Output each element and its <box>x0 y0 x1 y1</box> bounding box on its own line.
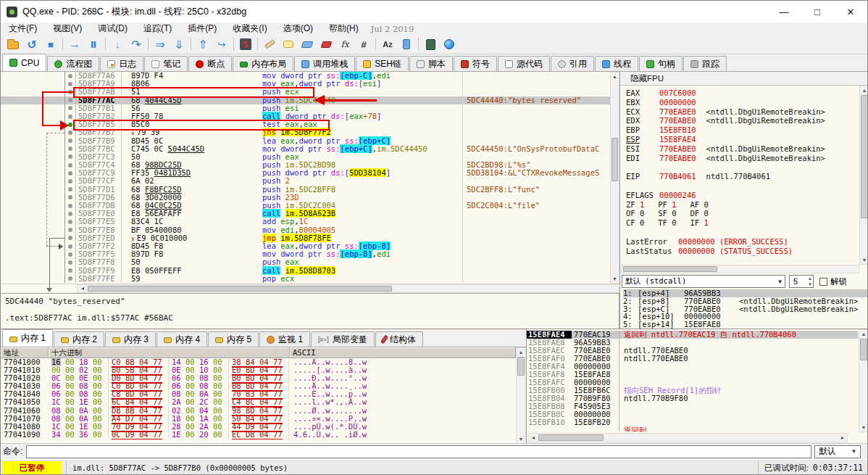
argument-row[interactable]: 5:[esp+14]15E8FAE8 <box>623 321 868 329</box>
minimize-button[interactable]: — <box>767 1 801 22</box>
tab-locals[interactable]: [x=]局部变量 <box>311 331 375 347</box>
tab-dump3[interactable]: 内存 3 <box>105 331 156 347</box>
register-row[interactable]: ECX770EABE0<ntdll.DbgUiRemoteBreakin> <box>626 107 859 117</box>
command-input[interactable] <box>26 445 811 458</box>
tab-watch1[interactable]: 监视 1 <box>259 331 310 347</box>
disasm-vertical-scrollbar[interactable]: ▲ ▼ <box>610 72 619 284</box>
menu-item-plugins[interactable]: 插件(P) <box>180 22 225 35</box>
tab-handles[interactable]: 句柄 <box>639 56 683 71</box>
tab-seh[interactable]: SEH链 <box>356 56 409 71</box>
registers-horizontal-scrollbar[interactable] <box>621 265 859 273</box>
menu-item-view[interactable]: 视图(V) <box>45 22 90 35</box>
register-row[interactable]: ESP15E8FAE4 <box>626 135 859 144</box>
dump-row[interactable]: 7704109034 00 36 000C D9 04 771E 00 20 0… <box>1 431 516 439</box>
stack-rows[interactable]: 15E8FAE4770EAC19返回到 ntdll.770EAC19 自 ntd… <box>527 331 858 431</box>
stepper-arrows-icon[interactable]: ▲▼ <box>808 276 812 287</box>
tab-memory-map[interactable]: 内存布局 <box>233 56 293 71</box>
flags-row[interactable]: ZF 1 PF 1 AF 0 <box>626 200 859 210</box>
tab-log[interactable]: 日志 <box>100 56 143 71</box>
menu-item-trace[interactable]: 追踪(T) <box>135 22 180 35</box>
comments-button[interactable] <box>280 36 297 52</box>
bookmarks-button[interactable] <box>317 36 335 52</box>
menu-item-help[interactable]: 帮助(H) <box>321 22 367 35</box>
patches-button[interactable] <box>261 36 278 52</box>
unlock-checkbox[interactable] <box>819 278 827 286</box>
tab-source[interactable]: 源代码 <box>498 56 550 71</box>
attach-button[interactable] <box>398 36 415 52</box>
disassembly-panel[interactable]: 5D8F77A6897D F4mov dword ptr ss:[ebp-C],… <box>1 72 610 284</box>
scroll-left-icon[interactable]: ◄ <box>530 434 537 442</box>
register-row[interactable]: EDX770EABE0<ntdll.DbgUiRemoteBreakin> <box>626 116 859 125</box>
restart-button[interactable]: ↺ <box>23 36 41 52</box>
hash-button[interactable]: # <box>355 36 372 52</box>
scroll-left-icon[interactable]: ◄ <box>79 285 86 292</box>
stack-row[interactable]: 返回到 <box>527 426 858 431</box>
functions-button[interactable]: fx <box>336 36 354 52</box>
register-row[interactable]: EBP15E8FB10 <box>626 125 859 135</box>
tab-symbols[interactable]: 符号 <box>454 56 497 71</box>
close-button[interactable]: ✕ <box>834 1 867 22</box>
disasm-row[interactable]: 5D8F77F9E8 050FFEFFcall im.5D8D8703 <box>1 267 610 275</box>
disasm-row[interactable]: 5D8F77FE59pop ecx <box>1 275 610 283</box>
hide-fpu-button[interactable]: 隐藏FPU <box>620 72 868 86</box>
arguments-panel[interactable]: 1:[esp+4]96A59BB32:[esp+8]770EABE0<ntdll… <box>620 289 868 329</box>
menu-item-file[interactable]: 文件(F) <box>1 22 45 35</box>
open-file-button[interactable] <box>4 36 22 52</box>
disasm-horizontal-scrollbar[interactable]: ◄ <box>77 284 619 293</box>
scroll-down-icon[interactable]: ▼ <box>517 435 525 443</box>
step-into-button[interactable]: ↓ <box>109 36 126 52</box>
tab-threads[interactable]: 线程 <box>595 56 638 71</box>
run-button[interactable]: → <box>66 36 83 52</box>
register-row[interactable]: EBX00000000 <box>626 98 859 107</box>
stop-button[interactable]: ■ <box>42 36 59 52</box>
scylla-button[interactable]: S <box>237 36 254 52</box>
tab-references[interactable]: 引用 <box>551 56 594 71</box>
calculator-button[interactable] <box>422 36 439 52</box>
globe-button[interactable] <box>441 36 458 52</box>
tab-dump1[interactable]: 内存 1 <box>2 329 53 347</box>
menu-item-favourites[interactable]: 收藏夹(I) <box>225 22 275 35</box>
tab-cpu[interactable]: CPU <box>2 54 46 71</box>
disasm-row[interactable]: 5D8F77F850push eax <box>1 258 610 266</box>
tab-breakpoints[interactable]: 断点 <box>188 56 232 71</box>
eflags-row[interactable]: EFLAGS 00000246 <box>626 191 859 200</box>
flags-row[interactable]: CF 0 TF 0 IF 1 <box>626 218 859 228</box>
scroll-up-icon[interactable]: ▲ <box>859 330 868 338</box>
tab-script[interactable]: 脚本 <box>409 56 453 71</box>
scroll-down-icon[interactable]: ▼ <box>860 256 868 264</box>
scroll-down-icon[interactable]: ▼ <box>859 424 868 431</box>
step-out-button[interactable]: ⇓ <box>170 36 188 52</box>
tab-trace[interactable]: 跟踪 <box>683 56 727 71</box>
dump-rows[interactable]: 7704100016 00 18 00C0 8B 04 7714 00 16 0… <box>1 358 516 439</box>
strings-button[interactable]: Az <box>379 36 396 52</box>
run-to-user-button[interactable]: ⇒ <box>151 36 169 52</box>
dump-row[interactable]: 770410501C 00 1E 006C 84 04 772A 00 2C 0… <box>1 398 516 406</box>
tab-dump2[interactable]: 内存 2 <box>54 331 104 347</box>
tab-dump4[interactable]: 内存 4 <box>157 331 207 347</box>
register-row[interactable]: EDI770EABE0<ntdll.DbgUiRemoteBreakin> <box>626 154 859 163</box>
register-row[interactable]: EAX007C6000 <box>626 88 859 98</box>
execute-till-return-button[interactable]: ⇑ <box>194 36 212 52</box>
pause-button[interactable]: Ⅱ <box>85 36 102 52</box>
register-list[interactable]: EAX007C6000EBX00000000ECX770EABE0<ntdll.… <box>620 86 859 265</box>
tab-notes[interactable]: 笔记 <box>144 56 188 71</box>
menu-item-options[interactable]: 选项(O) <box>275 22 321 35</box>
register-row[interactable]: ESI770EABE0<ntdll.DbgUiRemoteBreakin> <box>626 144 859 154</box>
labels-button[interactable] <box>299 36 316 52</box>
dump-vertical-scrollbar[interactable]: ▲ ▼ <box>516 347 526 444</box>
menu-item-debug[interactable]: 调试(D) <box>90 22 135 35</box>
command-script-select[interactable]: 默认 ▼ <box>814 445 861 458</box>
scroll-down-icon[interactable]: ▼ <box>611 275 619 283</box>
tab-call-stack[interactable]: 调用堆栈 <box>294 56 355 71</box>
stack-row[interactable]: 15E8FB1015E8FB20 <box>527 418 858 426</box>
breakpoint-dot-icon[interactable] <box>68 123 72 127</box>
back-to-user-button[interactable]: ↪ <box>213 36 230 52</box>
tab-dump5[interactable]: 内存 5 <box>208 331 259 347</box>
flags-row[interactable]: OF 0 SF 0 DF 0 <box>626 209 859 218</box>
step-over-button[interactable]: ↷ <box>128 36 145 52</box>
stack-horizontal-scrollbar[interactable]: ◄ ► <box>528 433 848 442</box>
dump-row[interactable]: 7704106008 00 0A 00D8 8B 04 7702 00 04 0… <box>1 407 516 415</box>
tab-struct[interactable]: 结构体 <box>375 331 423 347</box>
register-row-eip[interactable]: EIP770B4061ntdll.770B4061 <box>626 172 859 181</box>
maximize-button[interactable]: □ <box>801 1 834 22</box>
